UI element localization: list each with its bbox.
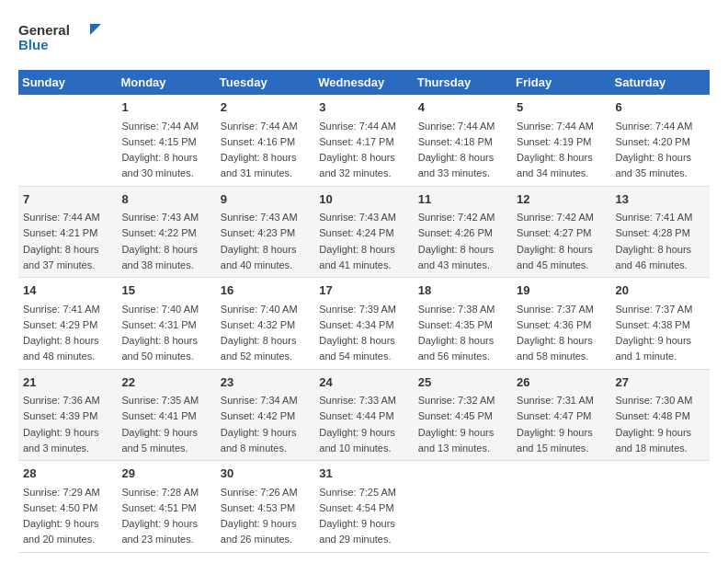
cell-w2-d6: 12Sunrise: 7:42 AMSunset: 4:27 PMDayligh… xyxy=(512,186,610,278)
cell-w5-d1: 28Sunrise: 7:29 AMSunset: 4:50 PMDayligh… xyxy=(18,461,117,553)
cell-w3-d4: 17Sunrise: 7:39 AMSunset: 4:34 PMDayligh… xyxy=(314,278,413,370)
header-friday: Friday xyxy=(512,70,610,95)
week-row-2: 7Sunrise: 7:44 AMSunset: 4:21 PMDaylight… xyxy=(18,186,710,278)
day-number: 31 xyxy=(319,465,408,483)
day-number: 6 xyxy=(616,98,705,117)
day-details: Sunrise: 7:38 AMSunset: 4:35 PMDaylight:… xyxy=(418,304,495,362)
day-details: Sunrise: 7:40 AMSunset: 4:32 PMDaylight:… xyxy=(221,304,298,362)
cell-w4-d3: 23Sunrise: 7:34 AMSunset: 4:42 PMDayligh… xyxy=(216,369,314,461)
day-details: Sunrise: 7:30 AMSunset: 4:48 PMDaylight:… xyxy=(616,395,693,454)
cell-w3-d7: 20Sunrise: 7:37 AMSunset: 4:38 PMDayligh… xyxy=(611,278,710,370)
day-number: 3 xyxy=(319,98,408,117)
cell-w1-d5: 4Sunrise: 7:44 AMSunset: 4:18 PMDaylight… xyxy=(414,95,512,186)
day-details: Sunrise: 7:29 AMSunset: 4:50 PMDaylight:… xyxy=(23,487,100,546)
day-details: Sunrise: 7:32 AMSunset: 4:45 PMDaylight:… xyxy=(418,395,495,454)
day-number: 1 xyxy=(121,98,210,117)
cell-w5-d4: 31Sunrise: 7:25 AMSunset: 4:54 PMDayligh… xyxy=(314,461,413,553)
day-details: Sunrise: 7:39 AMSunset: 4:34 PMDaylight:… xyxy=(319,304,396,362)
cell-w3-d5: 18Sunrise: 7:38 AMSunset: 4:35 PMDayligh… xyxy=(414,278,512,370)
day-details: Sunrise: 7:26 AMSunset: 4:53 PMDaylight:… xyxy=(221,487,298,546)
cell-w5-d7 xyxy=(611,461,710,553)
day-number: 10 xyxy=(319,190,408,209)
day-details: Sunrise: 7:28 AMSunset: 4:51 PMDaylight:… xyxy=(121,487,199,546)
day-details: Sunrise: 7:35 AMSunset: 4:41 PMDaylight:… xyxy=(121,395,199,454)
cell-w5-d5 xyxy=(414,461,512,553)
day-number: 29 xyxy=(121,465,210,483)
day-details: Sunrise: 7:42 AMSunset: 4:26 PMDaylight:… xyxy=(418,212,495,270)
day-number: 7 xyxy=(23,190,112,209)
day-number: 19 xyxy=(517,282,606,300)
day-details: Sunrise: 7:33 AMSunset: 4:44 PMDaylight:… xyxy=(319,395,396,454)
cell-w1-d1 xyxy=(18,95,117,186)
calendar-header: SundayMondayTuesdayWednesdayThursdayFrid… xyxy=(18,70,710,95)
cell-w4-d4: 24Sunrise: 7:33 AMSunset: 4:44 PMDayligh… xyxy=(314,369,413,461)
cell-w4-d2: 22Sunrise: 7:35 AMSunset: 4:41 PMDayligh… xyxy=(117,369,215,461)
day-number: 18 xyxy=(418,282,507,300)
day-number: 9 xyxy=(221,190,310,209)
day-details: Sunrise: 7:43 AMSunset: 4:23 PMDaylight:… xyxy=(221,212,298,270)
header-sunday: Sunday xyxy=(18,70,117,95)
cell-w1-d7: 6Sunrise: 7:44 AMSunset: 4:20 PMDaylight… xyxy=(611,95,710,186)
header-monday: Monday xyxy=(117,70,215,95)
day-number: 28 xyxy=(23,465,112,483)
header-wednesday: Wednesday xyxy=(314,70,413,95)
cell-w4-d6: 26Sunrise: 7:31 AMSunset: 4:47 PMDayligh… xyxy=(512,369,610,461)
cell-w2-d1: 7Sunrise: 7:44 AMSunset: 4:21 PMDaylight… xyxy=(18,186,117,278)
day-number: 11 xyxy=(418,190,507,209)
day-details: Sunrise: 7:37 AMSunset: 4:38 PMDaylight:… xyxy=(616,304,693,362)
day-number: 30 xyxy=(221,465,310,483)
day-number: 25 xyxy=(418,373,507,392)
day-details: Sunrise: 7:43 AMSunset: 4:24 PMDaylight:… xyxy=(319,212,396,270)
day-number: 2 xyxy=(221,98,310,117)
day-details: Sunrise: 7:44 AMSunset: 4:17 PMDaylight:… xyxy=(319,121,396,179)
cell-w5-d3: 30Sunrise: 7:26 AMSunset: 4:53 PMDayligh… xyxy=(216,461,314,553)
day-number: 13 xyxy=(616,190,705,209)
cell-w3-d1: 14Sunrise: 7:41 AMSunset: 4:29 PMDayligh… xyxy=(18,278,117,370)
day-details: Sunrise: 7:44 AMSunset: 4:15 PMDaylight:… xyxy=(121,121,199,179)
day-number: 14 xyxy=(23,282,112,300)
day-details: Sunrise: 7:44 AMSunset: 4:21 PMDaylight:… xyxy=(23,212,100,270)
day-details: Sunrise: 7:25 AMSunset: 4:54 PMDaylight:… xyxy=(319,487,396,546)
day-number: 24 xyxy=(319,373,408,392)
day-details: Sunrise: 7:43 AMSunset: 4:22 PMDaylight:… xyxy=(121,212,199,270)
cell-w5-d6 xyxy=(512,461,610,553)
cell-w2-d3: 9Sunrise: 7:43 AMSunset: 4:23 PMDaylight… xyxy=(216,186,314,278)
cell-w2-d5: 11Sunrise: 7:42 AMSunset: 4:26 PMDayligh… xyxy=(414,186,512,278)
cell-w1-d4: 3Sunrise: 7:44 AMSunset: 4:17 PMDaylight… xyxy=(314,95,413,186)
svg-marker-2 xyxy=(90,24,101,35)
header: General Blue xyxy=(18,18,710,55)
day-number: 20 xyxy=(616,282,705,300)
cell-w2-d7: 13Sunrise: 7:41 AMSunset: 4:28 PMDayligh… xyxy=(611,186,710,278)
week-row-1: 1Sunrise: 7:44 AMSunset: 4:15 PMDaylight… xyxy=(18,95,710,186)
day-number: 26 xyxy=(517,373,606,392)
day-details: Sunrise: 7:44 AMSunset: 4:16 PMDaylight:… xyxy=(221,121,298,179)
day-details: Sunrise: 7:41 AMSunset: 4:29 PMDaylight:… xyxy=(23,304,100,362)
week-row-5: 28Sunrise: 7:29 AMSunset: 4:50 PMDayligh… xyxy=(18,461,710,553)
week-row-3: 14Sunrise: 7:41 AMSunset: 4:29 PMDayligh… xyxy=(18,278,710,370)
cell-w3-d6: 19Sunrise: 7:37 AMSunset: 4:36 PMDayligh… xyxy=(512,278,610,370)
day-number: 22 xyxy=(121,373,210,392)
day-number: 5 xyxy=(517,98,606,117)
day-details: Sunrise: 7:44 AMSunset: 4:19 PMDaylight:… xyxy=(517,121,594,179)
svg-text:General: General xyxy=(18,22,70,38)
cell-w5-d2: 29Sunrise: 7:28 AMSunset: 4:51 PMDayligh… xyxy=(117,461,215,553)
cell-w1-d6: 5Sunrise: 7:44 AMSunset: 4:19 PMDaylight… xyxy=(512,95,610,186)
day-details: Sunrise: 7:31 AMSunset: 4:47 PMDaylight:… xyxy=(517,395,594,454)
day-details: Sunrise: 7:44 AMSunset: 4:18 PMDaylight:… xyxy=(418,121,495,179)
header-tuesday: Tuesday xyxy=(216,70,314,95)
day-details: Sunrise: 7:40 AMSunset: 4:31 PMDaylight:… xyxy=(121,304,199,362)
day-details: Sunrise: 7:44 AMSunset: 4:20 PMDaylight:… xyxy=(616,121,693,179)
svg-text:Blue: Blue xyxy=(18,37,49,52)
cell-w3-d3: 16Sunrise: 7:40 AMSunset: 4:32 PMDayligh… xyxy=(216,278,314,370)
day-number: 17 xyxy=(319,282,408,300)
header-saturday: Saturday xyxy=(611,70,710,95)
logo: General Blue xyxy=(18,18,101,55)
day-number: 27 xyxy=(616,373,705,392)
cell-w4-d7: 27Sunrise: 7:30 AMSunset: 4:48 PMDayligh… xyxy=(611,369,710,461)
calendar-table: SundayMondayTuesdayWednesdayThursdayFrid… xyxy=(18,70,710,553)
day-number: 4 xyxy=(418,98,507,117)
day-number: 23 xyxy=(221,373,310,392)
day-details: Sunrise: 7:36 AMSunset: 4:39 PMDaylight:… xyxy=(23,395,100,454)
day-number: 8 xyxy=(121,190,210,209)
day-details: Sunrise: 7:42 AMSunset: 4:27 PMDaylight:… xyxy=(517,212,594,270)
